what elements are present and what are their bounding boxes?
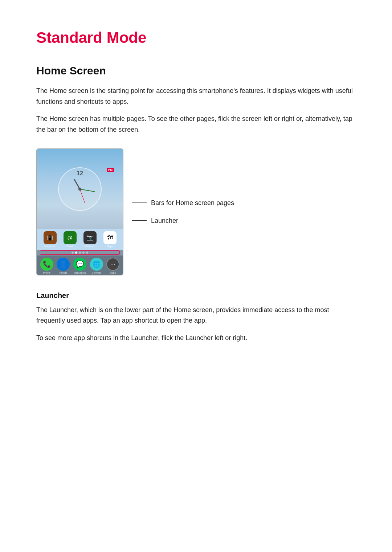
voicemail-icon: 📳: [47, 235, 53, 241]
camera-label: Camera: [85, 245, 94, 248]
launcher-people-icon-box: 👤: [57, 258, 70, 271]
home-screen-paragraph1: The Home screen is the starting point fo…: [36, 86, 356, 107]
launcher-people-label: People: [59, 271, 67, 274]
voicemail-icon-box: 📳: [44, 231, 57, 244]
launcher-browser-icon-box: 🌐: [90, 258, 103, 271]
home-screen-paragraph2: The Home screen has multiple pages. To s…: [36, 114, 356, 135]
email-label: Email: [67, 245, 73, 248]
image-annotation-container: 12 PM 📳 Voicemail: [36, 148, 356, 275]
clock-number: 12: [77, 170, 83, 177]
page-indicator-highlight: [40, 250, 120, 255]
phone-mockup: 12 PM 📳 Voicemail: [36, 148, 123, 275]
annotation-launcher-label: Launcher: [151, 217, 178, 225]
page-indicator-bar: [37, 250, 123, 255]
email-icon-box: @: [64, 231, 77, 244]
home-screen-section-title: Home Screen: [36, 65, 356, 77]
launcher-messaging-label: Messaging: [74, 271, 86, 274]
pm-badge: PM: [107, 168, 114, 172]
launcher-apps-icon: ⋯: [110, 261, 116, 267]
launcher-browser-label: Browser: [92, 271, 101, 274]
annotation-bars-label: Bars for Home screen pages: [151, 199, 234, 207]
minute-hand: [80, 189, 95, 192]
launcher-phone-label: Phone: [43, 271, 50, 274]
launcher-apps-label: Apps: [110, 271, 116, 274]
launcher-browser[interactable]: 🌐 Browser: [89, 258, 105, 274]
app-icon-maps[interactable]: 🗺 Maps: [101, 231, 119, 248]
annotation-launcher-dash: [132, 220, 147, 221]
page-title: Standard Mode: [36, 29, 356, 46]
launcher-browser-icon: 🌐: [93, 260, 101, 268]
launcher-messaging-icon-box: 💬: [73, 258, 86, 271]
maps-label: Maps: [107, 245, 113, 248]
annotation-launcher: Launcher: [132, 217, 234, 225]
maps-icon: 🗺: [107, 234, 113, 241]
clock-face: 12: [58, 167, 102, 211]
annotations-container: Bars for Home screen pages Launcher: [132, 199, 234, 225]
launcher-paragraph1: The Launcher, which is on the lower part…: [36, 305, 356, 326]
launcher-apps-icon-box: ⋯: [106, 258, 119, 271]
launcher-people[interactable]: 👤 People: [55, 258, 71, 274]
camera-icon: 📷: [86, 234, 94, 241]
annotation-bars-dash: [132, 203, 147, 203]
launcher-apps[interactable]: ⋯ Apps: [105, 258, 121, 274]
page-wrapper: Standard Mode Home Screen The Home scree…: [36, 29, 356, 552]
app-icon-email[interactable]: @ Email: [61, 231, 79, 248]
clock-center: [78, 188, 81, 191]
clock-widget: 12: [58, 167, 102, 211]
camera-icon-box: 📷: [83, 231, 97, 244]
launcher-phone-icon: 📞: [43, 260, 51, 268]
app-icon-camera[interactable]: 📷 Camera: [81, 231, 99, 248]
voicemail-label: Voicemail: [45, 245, 56, 248]
launcher-phone-icon-box: 📞: [40, 258, 53, 271]
launcher-phone[interactable]: 📞 Phone: [39, 258, 55, 274]
second-hand: [80, 189, 86, 204]
launcher-messaging[interactable]: 💬 Messaging: [72, 258, 88, 274]
email-icon: @: [68, 235, 73, 241]
launcher-people-icon: 👤: [59, 260, 67, 268]
launcher-section-title: Launcher: [36, 291, 356, 300]
launcher-paragraph2: To see more app shorcuts in the Launcher…: [36, 333, 356, 344]
launcher-messaging-icon: 💬: [76, 260, 84, 268]
app-icon-voicemail[interactable]: 📳 Voicemail: [41, 231, 59, 248]
maps-icon-box: 🗺: [103, 231, 117, 244]
launcher-row: 📞 Phone 👤 People 💬 Messaging: [37, 255, 123, 275]
phone-screen-top: 12 PM: [37, 149, 123, 229]
annotation-bars: Bars for Home screen pages: [132, 199, 234, 207]
app-icons-row: 📳 Voicemail @ Email 📷 Camera: [37, 229, 123, 250]
